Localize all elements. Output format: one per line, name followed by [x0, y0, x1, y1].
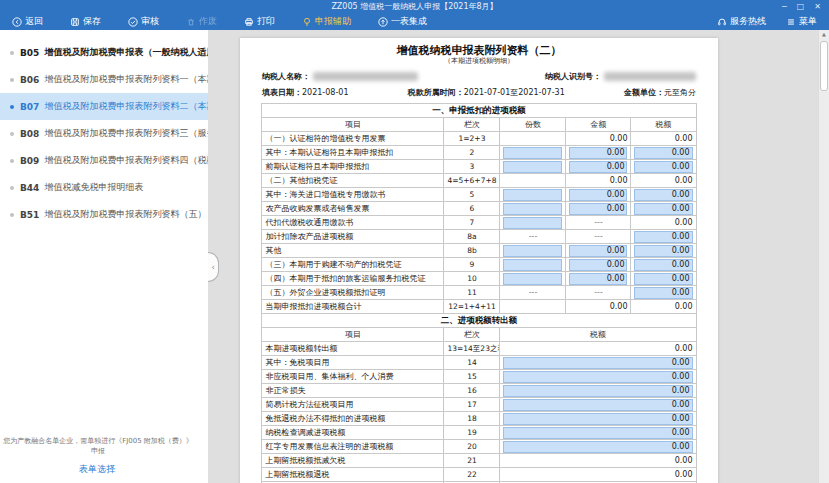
not-applicable-cell: ---	[566, 286, 631, 300]
amount-input[interactable]: 0.00	[634, 287, 692, 299]
form-sidebar: B05增值税及附加税费申报表（一般纳税人适用）B06增值税及附加税费申报表附列资…	[0, 30, 208, 483]
amount-input[interactable]: 0.00	[569, 147, 627, 159]
amount-input[interactable]	[503, 273, 562, 285]
amount-input[interactable]: 0.00	[634, 189, 692, 201]
amount-input[interactable]	[503, 189, 562, 201]
back-button[interactable]: 返回	[12, 15, 43, 28]
amount-input[interactable]: 0.00	[569, 161, 627, 173]
row-index: 8a	[444, 230, 500, 244]
amount-input[interactable]: 0.00	[634, 203, 692, 215]
amount-input[interactable]: 0.00	[569, 189, 627, 201]
amount-input[interactable]: 0.00	[634, 259, 692, 271]
amount-input[interactable]: 0.00	[634, 147, 692, 159]
amount-input[interactable]: 0.00	[569, 245, 627, 257]
maximize-button[interactable]: □	[797, 0, 805, 13]
row-index: 16	[444, 384, 500, 398]
row-label: 红字专用发票信息表注明的进项税额	[262, 440, 444, 454]
amount-input[interactable]: 0.00	[634, 231, 692, 243]
amount-input[interactable]: 0.00	[503, 371, 692, 383]
save-button[interactable]: 保存	[70, 15, 101, 28]
close-button[interactable]: ✕	[814, 0, 821, 13]
table-row: （二）其他扣税凭证4=5+6+7+80.000.00	[262, 174, 696, 188]
sidebar-note: 您为产教融合名单企业，需单独进行《FJ005 附加税（费）》申报	[2, 436, 194, 456]
form-select-link[interactable]: 表单选择	[0, 463, 194, 476]
sidebar-item-b08[interactable]: B08增值税及附加税费申报表附列资料三（服务、不动产和无形资产扣除项目明细）	[0, 120, 208, 147]
amount-input[interactable]: 0.00	[569, 203, 627, 215]
scroll-up-arrow-icon[interactable]: ▲	[819, 31, 829, 37]
bullet-icon	[10, 132, 14, 136]
amount-input[interactable]	[503, 147, 562, 159]
bullet-icon	[10, 105, 14, 109]
form-label: 增值税减免税申报明细表	[44, 181, 143, 194]
menu-icon	[786, 17, 796, 27]
amount-input[interactable]: 0.00	[503, 413, 692, 425]
row-index: 6	[444, 202, 500, 216]
amount-value: 0.00	[566, 174, 631, 188]
amount-value: 0.00	[631, 132, 696, 146]
sidebar-item-b06[interactable]: B06增值税及附加税费申报表附列资料一（本期销售情况明细）	[0, 66, 208, 93]
amount-input[interactable]	[503, 259, 562, 271]
amount-input[interactable]	[503, 217, 562, 229]
amount-input[interactable]: 0.00	[634, 273, 692, 285]
declaration-table: 一、申报抵扣的进项税额项目栏次份数金额税额（一）认证相符的增值税专用发票1=2+…	[261, 103, 696, 483]
declaration-paper: 增值税纳税申报表附列资料（二） （本期进项税额明细） 纳税人名称： 纳税人识别号…	[240, 38, 718, 483]
form-code: B05	[20, 48, 39, 58]
amount-input[interactable]: 0.00	[503, 357, 692, 369]
form-label: 增值税及附加税费申报表（一般纳税人适用）	[44, 46, 208, 59]
save-icon	[70, 17, 80, 27]
sidebar-item-b44[interactable]: B44增值税减免税申报明细表	[0, 174, 208, 201]
form-code: B07	[20, 102, 39, 112]
sidebar-item-b09[interactable]: B09增值税及附加税费申报表附列资料四（税额抵减情况表）	[0, 147, 208, 174]
row-index: 4=5+6+7+8	[444, 174, 500, 188]
sidebar-item-b07[interactable]: B07增值税及附加税费申报表附列资料二（本期进项税额明细）	[0, 93, 208, 120]
table-row: 纳税检查调减进项税额190.00	[262, 426, 696, 440]
sidebar-item-b51[interactable]: B51增值税及附加税费申报表附列资料（五）（附加税费情况表）	[0, 201, 208, 228]
audit-button[interactable]: 审核	[128, 15, 159, 28]
sidebar-item-b05[interactable]: B05增值税及附加税费申报表（一般纳税人适用）	[0, 39, 208, 66]
amount-value: 0.00	[566, 132, 631, 146]
table-row: 非应税项目用、集体福利、个人消费150.00	[262, 370, 696, 384]
amount-input[interactable]	[503, 245, 562, 257]
sidebar-collapse-handle[interactable]: ‹	[208, 252, 219, 282]
table-row: 非正常损失160.00	[262, 384, 696, 398]
amount-value	[500, 300, 566, 314]
row-label: 其他	[262, 244, 444, 258]
amount-input[interactable]: 0.00	[503, 385, 692, 397]
one-table-integrate-button[interactable]: 一表集成	[378, 15, 427, 28]
amount-input[interactable]: 0.00	[569, 259, 627, 271]
amount-input[interactable]: 0.00	[634, 161, 692, 173]
amount-value: 0.00	[500, 454, 696, 468]
form-label: 增值税及附加税费申报表附列资料四（税额抵减情况表）	[44, 154, 208, 167]
row-label: 纳税检查调减进项税额	[262, 426, 444, 440]
row-index: 11	[444, 286, 500, 300]
chevron-left-icon: ‹	[211, 263, 214, 272]
row-index: 17	[444, 398, 500, 412]
print-button[interactable]: 打印	[244, 15, 275, 28]
amount-input[interactable]	[503, 203, 562, 215]
amount-input[interactable]: 0.00	[503, 399, 692, 411]
amount-value: 0.00	[500, 468, 696, 482]
sidebar-list: B05增值税及附加税费申报表（一般纳税人适用）B06增值税及附加税费申报表附列资…	[0, 30, 208, 228]
service-hotline-button[interactable]: 服务热线	[717, 15, 766, 28]
declare-assist-button[interactable]: 申报辅助	[302, 15, 351, 28]
amount-input[interactable]: 0.00	[503, 427, 692, 439]
row-label: （五）外贸企业进项税额抵扣证明	[262, 286, 444, 300]
amount-input[interactable]: 0.00	[634, 245, 692, 257]
not-applicable-cell: ---	[566, 230, 631, 244]
amount-input[interactable]: 0.00	[569, 273, 627, 285]
taxpayer-name: 纳税人名称：	[262, 71, 418, 82]
table-row: 其中：免税项目用140.00	[262, 356, 696, 370]
scrollbar-thumb[interactable]	[820, 41, 828, 91]
row-index: 21	[444, 454, 500, 468]
amount-input[interactable]	[503, 161, 562, 173]
column-header: 税额	[631, 118, 696, 132]
table-row: （五）外贸企业进项税额抵扣证明11------0.00	[262, 286, 696, 300]
amount-input[interactable]: 0.00	[503, 441, 692, 453]
toolbar: 返回 保存 审核 作废 打印 申报辅助 一表集成 服务热	[0, 13, 829, 30]
menu-button[interactable]: 菜单	[786, 15, 817, 28]
table-row: 简易计税方法征税项目用170.00	[262, 398, 696, 412]
row-label: 前期认证相符且本期申报抵扣	[262, 160, 444, 174]
table-row: 其他8b0.000.00	[262, 244, 696, 258]
content-scrollbar[interactable]: ▲	[818, 30, 829, 483]
minimize-button[interactable]: ─	[782, 0, 787, 13]
